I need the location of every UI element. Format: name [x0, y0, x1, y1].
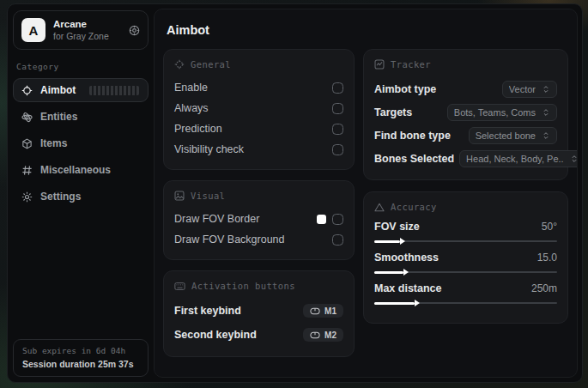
activity-icon — [374, 59, 385, 70]
dropdown-label: Aimbot type — [374, 83, 436, 95]
slider-value: 250m — [531, 282, 557, 294]
app-subtitle: for Gray Zone — [53, 31, 109, 42]
panel-title: Activation buttons — [191, 281, 295, 291]
sidebar: A Arcane for Gray Zone Category Aimbot — [8, 4, 154, 382]
toggle-row: Enable — [174, 78, 343, 97]
sidebar-item-aimbot[interactable]: Aimbot — [13, 78, 149, 102]
targets-dropdown[interactable]: Bots, Teams, Coms — [447, 104, 557, 121]
dropdown-value: Bots, Teams, Coms — [454, 107, 536, 118]
panel-title: Tracker — [391, 59, 431, 70]
main-pane: Aimbot General Enable Alw — [154, 9, 578, 378]
image-icon — [174, 191, 185, 201]
smoothness-slider[interactable] — [374, 268, 557, 276]
max-distance-slider[interactable] — [374, 299, 557, 307]
fov-border-color-swatch[interactable] — [317, 215, 326, 224]
slider-row: FOV size 50° — [374, 221, 557, 246]
panel-accuracy: Accuracy FOV size 50° — [363, 191, 568, 324]
dropdown-row: Find bone type Selected bone — [374, 124, 557, 146]
keybind-value: M1 — [324, 306, 336, 316]
slider-value: 50° — [542, 221, 557, 233]
toggle-label: Draw FOV Border — [174, 213, 259, 225]
panel-title: General — [191, 59, 231, 70]
chevron-up-down-icon — [542, 85, 550, 94]
crosshair-icon — [174, 59, 185, 70]
panel-general: General Enable Always Prediction — [163, 49, 355, 170]
dropdown-row: Bones Selected Head, Neck, Body, Pe.. — [374, 148, 557, 169]
sidebar-item-label: Settings — [40, 191, 81, 203]
sidebar-item-label: Miscellaneous — [40, 164, 111, 176]
toggle-label: Enable — [174, 82, 208, 94]
dropdown-label: Bones Selected — [374, 153, 454, 165]
second-keybind-button[interactable]: M2 — [303, 328, 343, 342]
slider-label: Max distance — [374, 282, 442, 294]
session-duration-text: Session duration 25m 37s — [22, 359, 139, 369]
mouse-icon — [310, 331, 320, 339]
entities-icon — [21, 112, 33, 123]
find-bone-type-dropdown[interactable]: Selected bone — [469, 127, 557, 144]
first-keybind-button[interactable]: M1 — [303, 304, 343, 318]
sidebar-item-miscellaneous[interactable]: Miscellaneous — [13, 158, 149, 182]
app-window: A Arcane for Gray Zone Category Aimbot — [7, 3, 583, 383]
keybind-row: Second keybind M2 — [174, 324, 343, 346]
sidebar-item-label: Entities — [40, 111, 77, 123]
chevron-up-down-icon — [542, 131, 550, 140]
sidebar-item-label: Items — [40, 137, 67, 149]
app-title-block: Arcane for Gray Zone — [53, 18, 109, 42]
sub-expires-text: Sub expires in 6d 04h — [22, 346, 139, 355]
sidebar-item-settings[interactable]: Settings — [13, 185, 149, 209]
bones-selected-dropdown[interactable]: Head, Neck, Body, Pe.. — [459, 150, 578, 167]
category-label: Category — [16, 62, 145, 71]
keybind-row: First keybind M1 — [174, 300, 343, 322]
slider-value: 15.0 — [537, 252, 557, 264]
app-logo: A — [21, 18, 45, 42]
toggle-label: Prediction — [174, 123, 222, 135]
app-name: Arcane — [53, 18, 109, 30]
sidebar-item-items[interactable]: Items — [13, 131, 149, 155]
toggle-label: Draw FOV Background — [174, 233, 285, 246]
triangle-icon — [374, 203, 385, 212]
prediction-checkbox[interactable] — [332, 124, 343, 135]
hash-icon — [21, 165, 33, 176]
draw-fov-background-checkbox[interactable] — [332, 234, 343, 246]
dropdown-value: Head, Neck, Body, Pe.. — [466, 154, 564, 164]
dropdown-row: Aimbot type Vector — [374, 78, 557, 100]
chevron-up-down-icon — [542, 108, 550, 117]
panel-title: Accuracy — [391, 202, 437, 212]
toggle-row: Draw FOV Background — [174, 230, 343, 249]
aimbot-type-dropdown[interactable]: Vector — [502, 81, 557, 98]
panel-visual: Visual Draw FOV Border Draw FOV Backgrou… — [163, 180, 355, 260]
subscription-card: Sub expires in 6d 04h Session duration 2… — [13, 339, 149, 377]
dropdown-label: Targets — [374, 106, 412, 118]
slider-label: Smoothness — [374, 252, 439, 264]
keybind-label: Second keybind — [174, 329, 257, 341]
app-header-card: A Arcane for Gray Zone — [13, 10, 149, 50]
mouse-icon — [310, 307, 320, 315]
toggle-label: Visibility check — [174, 143, 244, 155]
panel-tracker: Tracker Aimbot type Vector Targets — [363, 49, 568, 180]
dropdown-value: Vector — [509, 84, 536, 94]
sidebar-item-entities[interactable]: Entities — [13, 105, 149, 129]
panel-activation-buttons: Activation buttons First keybind M1 Seco… — [163, 270, 355, 357]
keybind-label: First keybind — [174, 305, 241, 317]
power-button[interactable] — [129, 25, 140, 36]
panel-title: Visual — [191, 191, 225, 201]
toggle-label: Always — [174, 102, 209, 114]
dropdown-value: Selected bone — [476, 130, 536, 141]
visibility-check-checkbox[interactable] — [332, 144, 343, 155]
toggle-row: Prediction — [174, 119, 343, 138]
slider-row: Max distance 250m — [374, 282, 557, 307]
gear-icon — [21, 191, 33, 203]
enable-checkbox[interactable] — [332, 82, 343, 94]
always-checkbox[interactable] — [332, 103, 343, 114]
slider-label: FOV size — [374, 221, 420, 233]
page-title: Aimbot — [167, 23, 568, 37]
sidebar-nav: Aimbot Entities Items — [13, 78, 149, 209]
crosshair-icon — [21, 85, 33, 96]
toggle-row: Always — [174, 99, 343, 118]
toggle-row: Draw FOV Border — [174, 209, 343, 228]
fov-size-slider[interactable] — [374, 237, 557, 246]
draw-fov-border-checkbox[interactable] — [332, 214, 343, 225]
keyboard-icon — [174, 282, 185, 291]
toggle-row: Visibility check — [174, 140, 343, 159]
dropdown-label: Find bone type — [374, 130, 451, 142]
